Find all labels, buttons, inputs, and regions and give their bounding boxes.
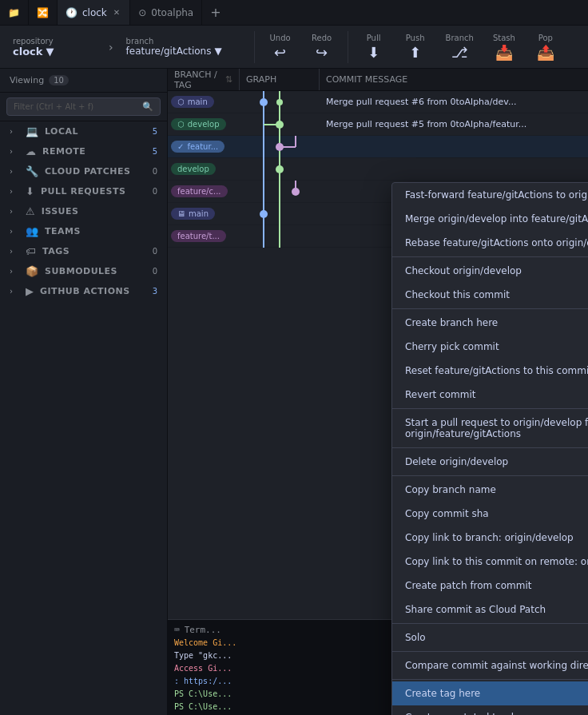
row-graph-1 <box>240 91 320 113</box>
cloud-patches-label: CLOUD PATCHES <box>45 166 138 177</box>
table-row[interactable]: ⬡ develop Merge pull request #5 from 0to… <box>168 113 588 136</box>
tags-badge: 0 <box>145 247 157 256</box>
pop-button[interactable]: Pop 📤 <box>526 34 565 61</box>
github-actions-icon: ▶ <box>26 285 34 297</box>
menu-separator-8 <box>392 679 588 680</box>
sidebar-item-submodules[interactable]: › 📦 SUBMODULES 0 <box>0 261 167 281</box>
branch-name[interactable]: feature/gitActions ▼ <box>126 46 241 57</box>
row-graph-5 <box>240 181 320 203</box>
menu-item-checkout-commit[interactable]: Checkout this commit <box>392 283 588 307</box>
menu-item-pull-request[interactable]: Start a pull request to origin/develop f… <box>392 411 588 446</box>
sidebar-item-cloud-patches[interactable]: › 🔧 CLOUD PATCHES 0 <box>0 161 167 181</box>
menu-item-copy-link-branch[interactable]: Copy link to branch: origin/develop <box>392 526 588 550</box>
branch-icon: ⎇ <box>451 44 468 61</box>
redo-button[interactable]: Redo ↪ <box>303 34 341 61</box>
repo-name[interactable]: clock ▼ <box>13 46 96 58</box>
menu-item-copy-link-commit[interactable]: Copy link to this commit on remote: orig… <box>392 550 588 574</box>
menu-separator-7 <box>392 651 588 652</box>
row-graph-7 <box>240 225 320 248</box>
stash-icon: 📥 <box>495 44 513 61</box>
table-row[interactable]: ✓ featur... <box>168 136 588 158</box>
menu-item-copy-branch-name[interactable]: Copy branch name <box>392 478 588 502</box>
menu-item-merge[interactable]: Merge origin/develop into feature/gitAct… <box>392 207 588 231</box>
sidebar-item-teams[interactable]: › 👥 TEAMS <box>0 221 167 241</box>
sidebar-item-local[interactable]: › 💻 LOCAL 5 <box>0 121 167 141</box>
menu-item-create-annotated-tag[interactable]: Create annotated tag here <box>392 705 588 715</box>
terminal-icon: ⌨ <box>174 625 180 635</box>
menu-copy-branch-name-label: Copy branch name <box>405 484 496 495</box>
menu-revert-label: Revert commit <box>405 389 475 400</box>
tab-0toalpha[interactable]: ⊙ 0toalpha <box>130 0 202 25</box>
menu-item-rebase[interactable]: Rebase feature/gitActions onto origin/de… <box>392 231 588 255</box>
sidebar-item-github-actions[interactable]: › ▶ GITHUB ACTIONS 3 <box>0 281 167 301</box>
git-icon: 🔀 <box>37 7 49 18</box>
menu-delete-origin-label: Delete origin/develop <box>405 456 508 467</box>
undo-button[interactable]: Undo ↩ <box>261 34 300 61</box>
menu-item-cherry-pick[interactable]: Cherry pick commit <box>392 335 588 359</box>
push-button[interactable]: Push ⬆ <box>396 34 435 61</box>
table-row[interactable]: develop <box>168 158 588 181</box>
tab-file-open[interactable]: 📁 <box>0 0 29 25</box>
repo-dropdown-icon[interactable]: ▼ <box>46 46 54 58</box>
menu-compare-label: Compare commit against working directory <box>405 660 588 671</box>
chevron-icon-tags: › <box>10 247 19 256</box>
undo-label: Undo <box>270 34 291 42</box>
repo-name-text: clock <box>13 46 42 58</box>
teams-icon: 👥 <box>26 225 38 237</box>
menu-item-copy-sha[interactable]: Copy commit sha <box>392 502 588 526</box>
stash-button[interactable]: Stash 📥 <box>485 34 523 61</box>
row-graph-3 <box>240 136 320 158</box>
tab-close-clock[interactable]: ✕ <box>112 6 121 18</box>
remote-badge: 5 <box>145 147 157 156</box>
branch-label: branch <box>126 37 241 46</box>
menu-item-delete-origin[interactable]: Delete origin/develop <box>392 450 588 474</box>
menu-item-revert[interactable]: Revert commit <box>392 383 588 407</box>
pull-button[interactable]: Pull ⬇ <box>355 34 393 61</box>
submodules-label: SUBMODULES <box>45 266 138 276</box>
terminal-label: Term... <box>185 625 221 635</box>
row-commit-2: Merge pull request #5 from 0toAlpha/feat… <box>320 119 588 129</box>
menu-reset-label: Reset feature/gitActions to this commit <box>405 365 588 376</box>
branch-btn-label: Branch <box>446 34 474 42</box>
menu-checkout-commit-label: Checkout this commit <box>405 289 510 300</box>
menu-merge-label: Merge origin/develop into feature/gitAct… <box>405 213 588 224</box>
filter-label: Filter (Ctrl + Alt + f) <box>14 102 93 111</box>
tab-new-button[interactable]: + <box>202 0 228 25</box>
feature-pill-label: featur... <box>187 142 218 151</box>
menu-item-solo[interactable]: Solo <box>392 626 588 649</box>
sidebar-item-pull-requests[interactable]: › ⬇ PULL REQUESTS 0 <box>0 181 167 201</box>
menu-item-create-patch[interactable]: Create patch from commit <box>392 574 588 598</box>
tab-git[interactable]: 🔀 <box>29 0 58 25</box>
toolbar-divider-1 <box>254 31 255 63</box>
tab-clock[interactable]: 🕐 clock ✕ <box>58 0 130 25</box>
menu-item-create-branch[interactable]: Create branch here <box>392 311 588 335</box>
menu-pull-request-label: Start a pull request to origin/develop f… <box>405 417 588 439</box>
row-graph-2 <box>240 113 320 136</box>
menu-item-compare[interactable]: Compare commit against working directory <box>392 653 588 677</box>
clock-tab-icon: 🕐 <box>66 7 77 18</box>
sidebar-item-issues[interactable]: › ⚠ ISSUES <box>0 201 167 221</box>
pop-label: Pop <box>538 34 553 42</box>
main2-pill-label: main <box>189 209 209 218</box>
viewing-label: Viewing <box>10 75 44 85</box>
sidebar-item-tags[interactable]: › 🏷 TAGS 0 <box>0 241 167 261</box>
table-row[interactable]: ⬡ main Merge pull request #6 from 0toAlp… <box>168 91 588 113</box>
row-branch-develop: ⬡ develop <box>168 118 240 130</box>
menu-item-create-tag[interactable]: Create tag here ↖ <box>392 681 588 705</box>
menu-item-reset[interactable]: Reset feature/gitActions to this commit … <box>392 359 588 383</box>
row-branch-main2: 🖥 main <box>168 208 240 220</box>
push-icon: ⬆ <box>409 44 421 61</box>
branch-dropdown-icon: ▼ <box>214 46 221 57</box>
menu-fast-forward-label: Fast-forward feature/gitActions to origi… <box>405 189 588 201</box>
branch-button[interactable]: Branch ⎇ <box>438 34 482 61</box>
push-label: Push <box>406 34 425 42</box>
main2-pill-icon: 🖥 <box>177 209 185 218</box>
sidebar-item-remote[interactable]: › ☁ REMOTE 5 <box>0 141 167 161</box>
repo-label: repository <box>13 37 96 46</box>
menu-item-checkout-origin[interactable]: Checkout origin/develop <box>392 259 588 283</box>
menu-item-fast-forward[interactable]: Fast-forward feature/gitActions to origi… <box>392 183 588 207</box>
chevron-icon-cloud: › <box>10 167 19 176</box>
menu-item-share-cloud[interactable]: Share commit as Cloud Patch <box>392 598 588 622</box>
filter-input-container[interactable]: Filter (Ctrl + Alt + f) 🔍 <box>6 97 161 116</box>
main-pill-label: main <box>188 97 208 106</box>
